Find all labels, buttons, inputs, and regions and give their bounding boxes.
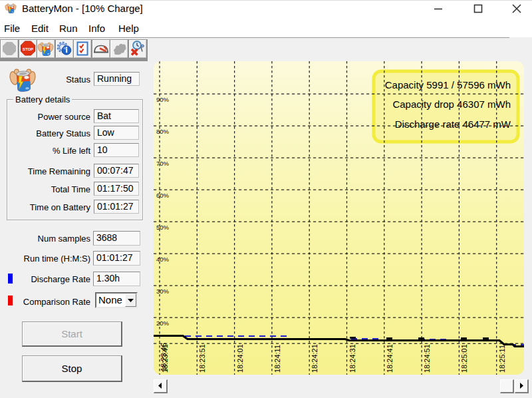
- svg-text:STOP: STOP: [23, 47, 33, 51]
- svg-text:18:23:51: 18:23:51: [198, 344, 206, 373]
- svg-text:70%: 70%: [156, 160, 170, 167]
- svg-text:Capacity 5991 / 57596 mWh: Capacity 5991 / 57596 mWh: [385, 79, 511, 91]
- svg-text:20%: 20%: [156, 319, 170, 327]
- svg-text:18:24:21: 18:24:21: [311, 344, 319, 373]
- svg-text:50%: 50%: [156, 224, 170, 231]
- svg-text:18:23:41: 18:23:41: [161, 344, 169, 373]
- svg-text:30%: 30%: [156, 288, 170, 295]
- svg-text:Capacity drop 46307 mWh: Capacity drop 46307 mWh: [392, 99, 511, 110]
- svg-text:80%: 80%: [156, 128, 170, 135]
- svg-text:18:24:11: 18:24:11: [273, 345, 281, 373]
- svg-text:40%: 40%: [156, 256, 170, 263]
- svg-text:18:24:31: 18:24:31: [348, 344, 356, 373]
- svg-text:18:25:01: 18:25:01: [460, 344, 468, 373]
- svg-text:18:24:51: 18:24:51: [423, 344, 431, 373]
- svg-text:18:24:41: 18:24:41: [386, 344, 394, 373]
- svg-text:18:24:01: 18:24:01: [236, 344, 244, 373]
- svg-text:Discharge rate 46477 mW: Discharge rate 46477 mW: [395, 118, 511, 130]
- svg-text:60%: 60%: [156, 192, 170, 199]
- svg-text:18:25:11: 18:25:11: [498, 345, 506, 373]
- svg-text:90%: 90%: [156, 96, 170, 103]
